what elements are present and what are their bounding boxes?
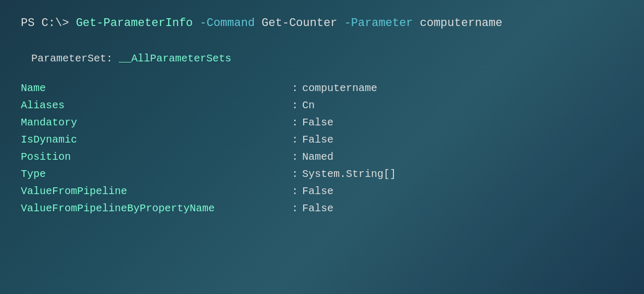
prop-colon: : <box>292 80 298 96</box>
prop-colon: : <box>292 200 298 216</box>
prop-colon: : <box>292 114 298 131</box>
section-header: ParameterSet: __AllParameterSets <box>21 53 623 65</box>
flag2: -Parameter <box>344 17 413 30</box>
prop-key: Position <box>21 149 292 165</box>
prop-value: False <box>302 200 333 216</box>
prop-value: computername <box>302 80 377 96</box>
prop-key: Type <box>21 166 292 182</box>
table-row: Position:Named <box>21 149 623 165</box>
table-row: ValueFromPipelineByPropertyName:False <box>21 200 623 216</box>
prop-value: System.String[] <box>302 166 396 182</box>
value2: computername <box>420 17 502 30</box>
value1: Get-Counter <box>262 17 337 30</box>
prop-colon: : <box>292 183 298 199</box>
section-value: __AllParameterSets <box>119 53 231 65</box>
table-row: Name:computername <box>21 80 623 96</box>
table-row: Aliases:Cn <box>21 97 623 113</box>
prop-key: Name <box>21 80 292 96</box>
prop-colon: : <box>292 149 298 165</box>
prop-value: Cn <box>302 97 315 113</box>
prop-value: Named <box>302 149 333 165</box>
prop-colon: : <box>292 132 298 148</box>
table-row: ValueFromPipeline:False <box>21 183 623 199</box>
command-line: PS C:\> Get-ParameterInfo -Command Get-C… <box>21 16 623 32</box>
prop-key: ValueFromPipelineByPropertyName <box>21 200 292 216</box>
command-name: Get-ParameterInfo <box>76 17 193 30</box>
prop-value: False <box>302 183 333 199</box>
section-label: ParameterSet: <box>31 53 113 65</box>
properties-table: Name:computernameAliases:CnMandatory:Fal… <box>21 80 623 216</box>
prop-key: ValueFromPipeline <box>21 183 292 199</box>
prop-value: False <box>302 114 333 131</box>
prop-colon: : <box>292 97 298 113</box>
table-row: Type:System.String[] <box>21 166 623 182</box>
prompt: PS C:\> <box>21 17 69 30</box>
prop-key: IsDynamic <box>21 132 292 148</box>
prop-key: Aliases <box>21 97 292 113</box>
terminal-window: PS C:\> Get-ParameterInfo -Command Get-C… <box>0 0 644 294</box>
prop-value: False <box>302 132 333 148</box>
prop-key: Mandatory <box>21 114 292 131</box>
flag1: -Command <box>200 17 255 30</box>
prop-colon: : <box>292 166 298 182</box>
table-row: Mandatory:False <box>21 114 623 131</box>
table-row: IsDynamic:False <box>21 132 623 148</box>
